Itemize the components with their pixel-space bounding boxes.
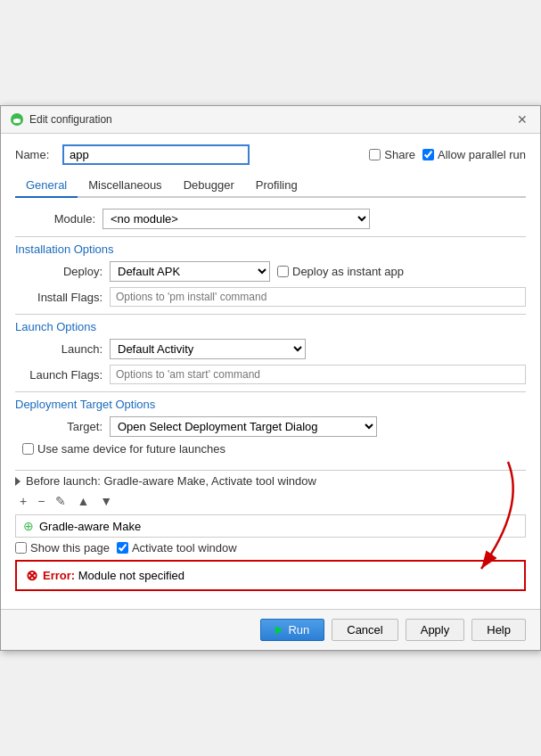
- gradle-android-icon: ⊕: [23, 519, 34, 533]
- deploy-row: Deploy: Default APK Deploy as instant ap…: [15, 261, 526, 282]
- instant-app-checkbox[interactable]: [277, 266, 289, 277]
- show-page-row: Show this page Activate tool window: [15, 541, 526, 555]
- module-dropdown[interactable]: <no module>: [102, 209, 370, 229]
- launch-flags-row: Launch Flags:: [15, 365, 526, 384]
- error-container: ⊗ Error: Module not specified: [15, 560, 526, 591]
- svg-rect-1: [13, 119, 20, 123]
- edit-button[interactable]: ✎: [51, 491, 70, 511]
- show-page-label[interactable]: Show this page: [15, 541, 110, 555]
- close-button[interactable]: ✕: [513, 111, 531, 127]
- show-page-checkbox[interactable]: [15, 542, 27, 554]
- launch-label: Launch:: [22, 342, 102, 356]
- titlebar-left: Edit configuration: [10, 112, 112, 127]
- module-label: Module:: [15, 212, 95, 226]
- titlebar: Edit configuration ✕: [1, 106, 540, 134]
- play-icon: [275, 626, 283, 635]
- launch-flags-label: Launch Flags:: [22, 368, 102, 382]
- apply-button[interactable]: Apply: [406, 619, 465, 641]
- instant-app-label[interactable]: Deploy as instant app: [277, 265, 404, 278]
- main-content: Name: Share Allow parallel run General M…: [1, 134, 540, 609]
- before-launch-header: Before launch: Gradle-aware Make, Activa…: [15, 474, 526, 488]
- target-dropdown[interactable]: Open Select Deployment Target Dialog: [110, 416, 377, 437]
- error-text: Error: Module not specified: [43, 569, 184, 582]
- svg-point-2: [14, 118, 16, 119]
- same-device-checkbox[interactable]: [22, 443, 34, 455]
- error-icon: ⊗: [26, 567, 37, 584]
- run-label: Run: [288, 623, 309, 637]
- move-up-button[interactable]: ▲: [72, 491, 94, 511]
- name-input[interactable]: [62, 144, 250, 165]
- show-page-text: Show this page: [30, 541, 110, 555]
- deploy-label: Deploy:: [22, 265, 102, 278]
- tab-debugger[interactable]: Debugger: [173, 174, 245, 198]
- deploy-dropdown[interactable]: Default APK: [110, 261, 270, 282]
- install-flags-input[interactable]: [110, 287, 526, 307]
- tab-profiling[interactable]: Profiling: [245, 174, 308, 198]
- android-icon: [10, 112, 24, 127]
- share-label: Share: [384, 148, 415, 161]
- same-device-label[interactable]: Use same device for future launches: [22, 442, 225, 456]
- run-button[interactable]: Run: [260, 619, 324, 641]
- gradle-make-label: Gradle-aware Make: [39, 520, 141, 533]
- gradle-make-row: ⊕ Gradle-aware Make: [15, 514, 526, 538]
- activate-tool-checkbox[interactable]: [117, 542, 128, 554]
- error-message: Module not specified: [75, 569, 184, 582]
- before-launch-toolbar: + − ✎ ▲ ▼: [15, 491, 526, 511]
- error-box: ⊗ Error: Module not specified: [15, 560, 526, 591]
- cancel-button[interactable]: Cancel: [332, 619, 398, 641]
- target-label: Target:: [22, 420, 102, 433]
- name-row: Name: Share Allow parallel run: [15, 144, 526, 165]
- before-launch-section: Before launch: Gradle-aware Make, Activa…: [15, 470, 526, 591]
- target-row: Target: Open Select Deployment Target Di…: [15, 416, 526, 437]
- share-checkbox[interactable]: [369, 149, 381, 160]
- launch-flags-input[interactable]: [110, 365, 526, 384]
- parallel-checkbox[interactable]: [422, 149, 434, 160]
- edit-configuration-dialog: Edit configuration ✕ Name: Share Allow p…: [0, 105, 541, 651]
- help-button[interactable]: Help: [471, 619, 526, 641]
- add-button[interactable]: +: [15, 491, 31, 511]
- before-launch-title: Before launch: Gradle-aware Make, Activa…: [26, 474, 316, 488]
- parallel-checkbox-label[interactable]: Allow parallel run: [422, 148, 526, 161]
- share-checkbox-label[interactable]: Share: [369, 148, 415, 161]
- launch-options-title: Launch Options: [15, 320, 526, 333]
- launch-dropdown[interactable]: Default Activity: [110, 339, 306, 359]
- name-label: Name:: [15, 148, 55, 161]
- dialog-title: Edit configuration: [29, 113, 112, 126]
- footer: Run Cancel Apply Help: [1, 609, 540, 650]
- module-row: Module: <no module>: [15, 209, 526, 229]
- install-flags-row: Install Flags:: [15, 287, 526, 307]
- move-down-button[interactable]: ▼: [95, 491, 117, 511]
- instant-app-text: Deploy as instant app: [292, 265, 404, 278]
- name-options: Share Allow parallel run: [369, 148, 526, 161]
- activate-tool-text: Activate tool window: [132, 541, 237, 555]
- collapse-triangle-icon[interactable]: [15, 477, 20, 486]
- error-bold-text: Error:: [43, 569, 75, 582]
- deployment-target-title: Deployment Target Options: [15, 398, 526, 411]
- same-device-text: Use same device for future launches: [37, 442, 225, 456]
- installation-options-title: Installation Options: [15, 242, 526, 256]
- same-device-row: Use same device for future launches: [15, 442, 526, 456]
- svg-point-3: [18, 118, 20, 119]
- launch-row: Launch: Default Activity: [15, 339, 526, 359]
- parallel-label: Allow parallel run: [438, 148, 526, 161]
- tab-general[interactable]: General: [15, 174, 78, 198]
- activate-tool-label[interactable]: Activate tool window: [117, 541, 237, 555]
- tab-miscellaneous[interactable]: Miscellaneous: [78, 174, 172, 198]
- remove-button[interactable]: −: [33, 491, 49, 511]
- install-flags-label: Install Flags:: [22, 291, 102, 304]
- tabs-row: General Miscellaneous Debugger Profiling: [15, 174, 526, 198]
